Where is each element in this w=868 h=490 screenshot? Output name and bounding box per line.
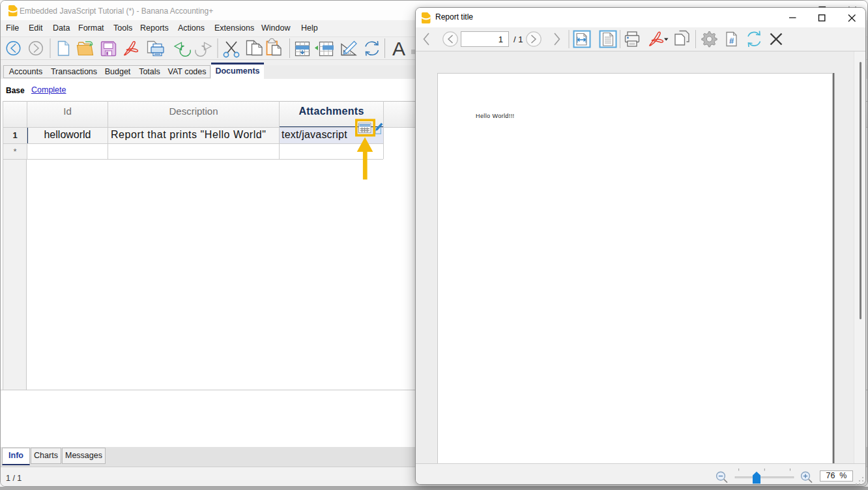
svg-text:1: 1: [499, 35, 503, 44]
svg-text:#: #: [729, 36, 734, 46]
svg-text:A: A: [392, 38, 405, 59]
svg-text:/ 1: / 1: [514, 35, 523, 44]
